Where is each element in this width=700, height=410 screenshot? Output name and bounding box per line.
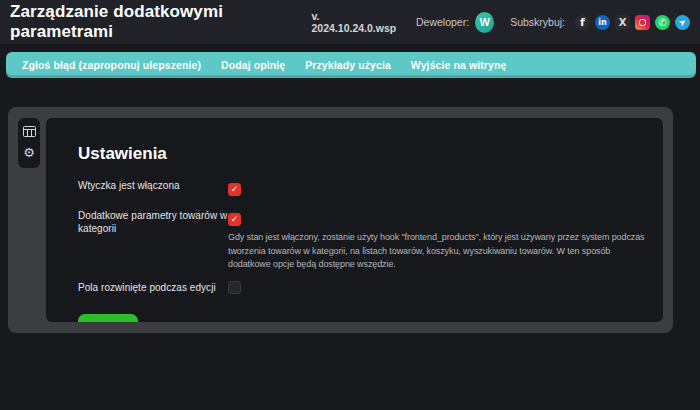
toolbar: Zgłoś błąd (zaproponuj ulepszenie) Dodaj… xyxy=(6,52,696,78)
gear-icon[interactable]: ⚙ xyxy=(18,145,40,160)
social-links: f in X ✆ ➤ xyxy=(575,15,690,30)
facebook-icon[interactable]: f xyxy=(575,15,590,30)
nav-usage-examples-button[interactable]: Przykłady użycia xyxy=(295,52,401,78)
settings-card: Ustawienia Wtyczka jest włączona ✓ Dodat… xyxy=(46,118,663,322)
whatsapp-icon[interactable]: ✆ xyxy=(655,15,670,30)
setting-label: Dodatkowe parametry towarów w kategorii xyxy=(78,208,228,272)
subscribe-label: Subskrybuj: xyxy=(510,16,565,28)
telegram-plane-glyph: ➤ xyxy=(677,16,688,28)
main-panel: ⚙ Ustawienia Wtyczka jest włączona ✓ Dod… xyxy=(8,107,673,333)
app-header: Zarządzanie dodatkowymi parametrami v. 2… xyxy=(0,0,700,44)
version-label: v. 2024.10.24.0.wsp xyxy=(312,10,398,34)
table-icon[interactable] xyxy=(18,126,40,137)
setting-row-fields-expanded: Pola rozwinięte podczas edycji xyxy=(78,280,653,298)
fields-expanded-checkbox[interactable] xyxy=(228,281,241,294)
save-button[interactable]: Zapisz xyxy=(78,314,138,323)
category-params-checkbox[interactable]: ✓ xyxy=(228,213,241,226)
setting-row-plugin-enabled: Wtyczka jest włączona ✓ xyxy=(78,178,653,196)
settings-heading: Ustawienia xyxy=(78,144,653,164)
sidebar: ⚙ xyxy=(18,118,40,168)
page-title: Zarządzanie dodatkowymi parametrami xyxy=(10,2,301,42)
nav-add-review-button[interactable]: Dodaj opinię xyxy=(211,52,295,78)
developer-logo-icon[interactable]: W xyxy=(475,12,494,33)
nav-report-bug-button[interactable]: Zgłoś błąd (zaproponuj ulepszenie) xyxy=(12,52,211,78)
setting-row-category-params: Dodatkowe parametry towarów w kategorii … xyxy=(78,208,653,272)
plugin-enabled-checkbox[interactable]: ✓ xyxy=(228,183,241,196)
developer-logo-letter: W xyxy=(479,16,489,28)
telegram-icon[interactable]: ➤ xyxy=(675,15,690,30)
setting-description: Gdy stan jest włączony, zostanie użyty h… xyxy=(228,231,653,272)
linkedin-icon[interactable]: in xyxy=(595,15,610,30)
instagram-camera-glyph xyxy=(639,19,646,26)
x-icon[interactable]: X xyxy=(615,15,630,30)
setting-label: Wtyczka jest włączona xyxy=(78,178,228,196)
setting-label: Pola rozwinięte podczas edycji xyxy=(78,280,228,298)
instagram-icon[interactable] xyxy=(635,15,650,30)
developer-label: Deweloper: xyxy=(416,16,469,28)
nav-go-to-site-button[interactable]: Wyjście na witrynę xyxy=(401,52,517,78)
